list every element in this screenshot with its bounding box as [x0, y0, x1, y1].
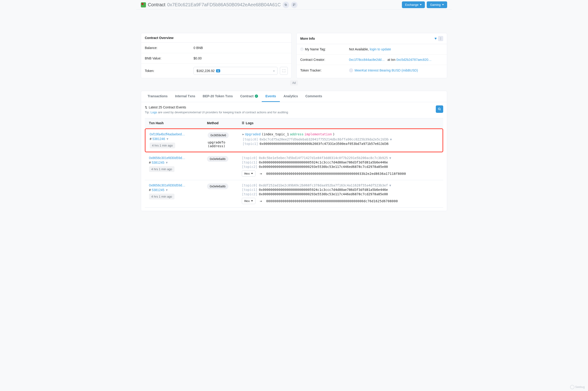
topic-line: [topic1] 0x0000000000000000000000005924c…	[242, 188, 439, 192]
method-name: upgradeTo (address)	[208, 140, 242, 148]
expand-icon[interactable]: ⛶	[280, 67, 288, 75]
hex-format-select[interactable]: Hex	[242, 170, 255, 177]
token-icon	[349, 68, 353, 73]
svg-rect-6	[295, 5, 295, 6]
heart-icon[interactable]: ♥	[435, 36, 437, 41]
svg-line-8	[440, 109, 441, 110]
tab-internal-txns[interactable]: Internal Txns	[171, 91, 199, 102]
timestamp: 4 hrs 1 min ago	[150, 143, 175, 148]
chevron-down-icon: ▾	[273, 70, 275, 72]
help-icon[interactable]: ?	[300, 48, 303, 51]
topic-line: [topic2] 0x000000000000000000000000293e5…	[242, 165, 439, 169]
event-row: 0x8656c301efd30d59d… # 5381245 ▼ 4 hrs 1…	[145, 153, 443, 180]
filter-icon[interactable]: ▼	[389, 156, 391, 160]
hex-data: 0000000000000000000000000000000000000000…	[266, 172, 406, 176]
col-logs: ☰Logs	[242, 121, 439, 125]
filter-icon[interactable]: ▼	[390, 138, 392, 141]
arrow-right-icon: →	[260, 171, 262, 176]
more-info-card: More Info ♥ ⋮ ?My Name Tag: Not Availabl…	[296, 33, 447, 78]
at-txn-label: at txn	[387, 58, 395, 62]
token-dropdown[interactable]: $162,226.92 1 ▾	[194, 67, 278, 75]
block-link[interactable]: 5381245	[152, 161, 164, 164]
block-link[interactable]: 5381245	[152, 188, 164, 192]
topic-data: 0x0000000000000000000000005924c1c3ccc7d4…	[259, 188, 388, 192]
hex-data: 0000000000000000000000000000000000000000…	[266, 199, 398, 203]
svg-rect-2	[293, 4, 294, 5]
topic-line: [topic1] 0x000000000000000000000000b2603…	[242, 142, 438, 146]
creator-txn-link[interactable]: 0xc5d2b2d787aec820…	[396, 58, 432, 62]
method-hex: 0x3659cfe6	[208, 132, 229, 138]
balance-value: 0 BNB	[194, 46, 288, 50]
contract-overview-card: Contract Overview Balance: 0 BNB BNB Val…	[141, 33, 292, 78]
nametag-label: My Name Tag:	[305, 47, 326, 51]
svg-point-7	[438, 108, 440, 110]
topic-data: 0x000000000000000000000000293e5530bc53e1…	[259, 192, 388, 196]
tab-contract[interactable]: Contract✓	[236, 91, 262, 102]
txn-hash-link[interactable]: 0x8656c301efd30d59d…	[149, 156, 207, 160]
ad-label: Ad	[136, 78, 452, 91]
event-row: 0xf19fa4bcff4adaebed… # 5381246 ▼ 4 hrs …	[145, 128, 443, 152]
page-header: Contract 0x7E0c621Ea9F7aFD5b86A50B0942eA…	[136, 0, 452, 10]
txn-hash-link[interactable]: 0xf19fa4bcff4adaebed…	[150, 132, 208, 136]
creator-label: Contract Creator:	[300, 58, 349, 62]
topic-label: [topic2]	[242, 192, 257, 196]
page-title: Contract	[148, 2, 165, 7]
sort-icon[interactable]: ⇅	[145, 106, 147, 109]
topic-data: 0x000000000000000000000000b2603fc47331e3…	[259, 142, 388, 146]
block-number: # 5381245 ▼	[149, 188, 207, 192]
filter-icon[interactable]: ▼	[165, 161, 168, 164]
block-number: # 5381245 ▼	[149, 161, 207, 164]
hex-format-select[interactable]: Hex	[242, 198, 255, 204]
tab-events[interactable]: Events	[262, 91, 280, 102]
topic-label: [topic2]	[242, 165, 257, 169]
token-count-badge: 1	[216, 69, 220, 73]
logs-link[interactable]: Logs	[150, 110, 157, 114]
event-row: 0x8656c301efd30d59d… # 5381245 ▼ 4 hrs 1…	[145, 180, 443, 207]
exchange-button[interactable]: Exchange	[402, 1, 425, 8]
qr-icon[interactable]	[291, 2, 297, 8]
topic-label: [topic1]	[242, 142, 258, 146]
timestamp: 4 hrs 1 min ago	[149, 194, 174, 199]
tab-transactions[interactable]: Transactions	[144, 91, 171, 102]
topic-label: [topic1]	[242, 160, 257, 164]
balance-label: Balance:	[145, 46, 194, 50]
method-hex: 0x0efe6a8b	[207, 156, 228, 162]
more-options-icon[interactable]: ⋮	[438, 36, 443, 41]
tab-comments[interactable]: Comments	[302, 91, 326, 102]
token-tracker-link[interactable]: MeerKat Interest Bearing BUSD (mibBUSD)	[355, 69, 418, 72]
topic-line: [topic0] 0x8c5be1e5ebec7d5bd14f71427d1e8…	[242, 156, 439, 160]
token-label: Token:	[145, 69, 194, 73]
txn-hash-link[interactable]: 0x8656c301efd30d59d…	[149, 184, 207, 187]
table-header: Txn Hash Method ☰Logs	[145, 118, 443, 128]
creator-address-link[interactable]: 0xc1f78cc844ac8e2dd…	[349, 58, 385, 62]
hex-data-row: Hex → 0000000000000000000000000000000000…	[242, 170, 439, 177]
search-button[interactable]	[436, 105, 443, 113]
tab-bep20[interactable]: BEP-20 Token Txns	[199, 91, 237, 102]
bnb-value-label: BNB Value:	[145, 56, 194, 60]
topic-label: [topic0]	[242, 184, 257, 187]
verified-icon: ✓	[255, 95, 258, 98]
topic-data: 0xddf252ad1be2c89b69c2b068fc378daa952ba7…	[259, 184, 388, 187]
topic-line: [topic2] 0x000000000000000000000000293e5…	[242, 192, 439, 196]
event-signature: ▶ Upgraded (index_topic_1 address implem…	[242, 132, 438, 136]
bnb-value: $0.00	[194, 56, 288, 60]
tab-analytics[interactable]: Analytics	[280, 91, 302, 102]
events-tip: Tip: Logs are used by developers/externa…	[145, 110, 436, 114]
filter-icon[interactable]: ▼	[389, 184, 391, 187]
method-hex: 0x0efe6a8b	[207, 184, 228, 189]
filter-icon[interactable]: ▼	[165, 188, 168, 192]
filter-icon[interactable]: ▼	[166, 137, 169, 141]
chevron-right-icon[interactable]: ▶	[242, 133, 244, 136]
copy-icon[interactable]	[283, 2, 289, 8]
topic-line: [topic1] 0x0000000000000000000000005924c…	[242, 160, 439, 164]
gaming-button[interactable]: Gaming	[427, 1, 447, 8]
contract-address: 0x7E0c621Ea9F7aFD5b86A50B0942eAee68B04A6…	[167, 2, 281, 7]
svg-rect-4	[293, 5, 294, 6]
tabs-bar: Transactions Internal Txns BEP-20 Token …	[141, 91, 447, 102]
topic-data: 0x0000000000000000000000005924c1c3ccc7d4…	[259, 160, 388, 164]
topic-line: [topic0] 0xbc7cd75a20ee27fd9adebab32041f…	[242, 137, 438, 141]
topic-data: 0x8c5be1e5ebec7d5bd14f71427d1e84f3dd0314…	[259, 156, 388, 160]
nametag-value: Not Available,	[349, 47, 370, 51]
block-link[interactable]: 5381246	[152, 137, 165, 141]
login-link[interactable]: login to update	[370, 47, 391, 51]
